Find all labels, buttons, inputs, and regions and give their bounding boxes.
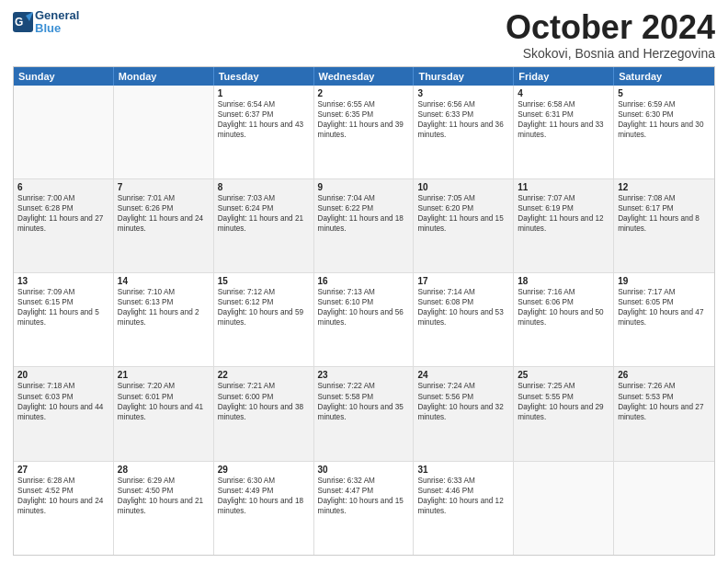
day-number: 2 — [318, 88, 410, 98]
daylight-text: Daylight: 11 hours and 8 minutes. — [618, 213, 711, 234]
cal-cell-3-4: 24Sunrise: 7:24 AMSunset: 5:56 PMDayligh… — [414, 367, 514, 460]
sunset-text: Sunset: 6:35 PM — [318, 109, 410, 120]
day-number: 14 — [118, 276, 210, 286]
day-number: 21 — [118, 370, 210, 380]
sunrise-text: Sunrise: 7:03 AM — [218, 193, 310, 203]
logo-icon: G — [13, 12, 33, 32]
daylight-text: Daylight: 10 hours and 41 minutes. — [118, 402, 210, 422]
daylight-text: Daylight: 10 hours and 32 minutes. — [417, 402, 509, 422]
calendar-body: 1Sunrise: 6:54 AMSunset: 6:37 PMDaylight… — [14, 86, 714, 555]
sunset-text: Sunset: 5:53 PM — [618, 392, 711, 402]
sunset-text: Sunset: 6:20 PM — [417, 203, 509, 213]
cal-cell-0-6: 5Sunrise: 6:59 AMSunset: 6:30 PMDaylight… — [614, 86, 714, 178]
day-number: 24 — [417, 370, 509, 380]
day-number: 15 — [218, 276, 310, 286]
daylight-text: Daylight: 10 hours and 44 minutes. — [17, 402, 109, 422]
day-number: 4 — [518, 88, 609, 98]
sunset-text: Sunset: 6:12 PM — [218, 297, 310, 307]
cal-cell-4-3: 30Sunrise: 6:32 AMSunset: 4:47 PMDayligh… — [314, 462, 415, 555]
sunrise-text: Sunrise: 7:22 AM — [318, 381, 410, 391]
day-number: 3 — [417, 88, 509, 98]
day-number: 8 — [218, 182, 310, 192]
sunrise-text: Sunrise: 7:08 AM — [618, 193, 711, 203]
day-number: 11 — [518, 182, 609, 192]
sunset-text: Sunset: 4:49 PM — [218, 486, 310, 496]
week-row-4: 27Sunrise: 6:28 AMSunset: 4:52 PMDayligh… — [14, 461, 714, 555]
calendar: Sunday Monday Tuesday Wednesday Thursday… — [13, 66, 715, 556]
sunset-text: Sunset: 6:10 PM — [318, 297, 410, 307]
cal-cell-2-3: 16Sunrise: 7:13 AMSunset: 6:10 PMDayligh… — [314, 273, 415, 366]
sunrise-text: Sunrise: 7:00 AM — [17, 193, 109, 203]
day-number: 25 — [518, 370, 609, 380]
sunrise-text: Sunrise: 6:29 AM — [118, 476, 210, 486]
cal-cell-2-0: 13Sunrise: 7:09 AMSunset: 6:15 PMDayligh… — [14, 273, 114, 366]
week-row-3: 20Sunrise: 7:18 AMSunset: 6:03 PMDayligh… — [14, 366, 714, 460]
sunset-text: Sunset: 6:17 PM — [618, 203, 711, 213]
sunset-text: Sunset: 6:24 PM — [218, 203, 310, 213]
sunrise-text: Sunrise: 7:07 AM — [518, 193, 609, 203]
day-number: 7 — [118, 182, 210, 192]
sunrise-text: Sunrise: 6:56 AM — [417, 99, 509, 109]
cal-cell-3-2: 22Sunrise: 7:21 AMSunset: 6:00 PMDayligh… — [214, 367, 314, 460]
month-title: October 2024 — [506, 9, 715, 46]
cal-cell-0-4: 3Sunrise: 6:56 AMSunset: 6:33 PMDaylight… — [414, 86, 514, 178]
sunset-text: Sunset: 6:26 PM — [118, 203, 210, 213]
sunrise-text: Sunrise: 6:58 AM — [518, 99, 609, 109]
sunrise-text: Sunrise: 7:12 AM — [218, 287, 310, 297]
cal-cell-3-6: 26Sunrise: 7:26 AMSunset: 5:53 PMDayligh… — [614, 367, 714, 460]
daylight-text: Daylight: 11 hours and 12 minutes. — [518, 213, 609, 234]
logo-blue: Blue — [35, 22, 79, 35]
sunrise-text: Sunrise: 6:28 AM — [17, 476, 109, 486]
daylight-text: Daylight: 11 hours and 39 minutes. — [318, 120, 410, 140]
header-saturday: Saturday — [614, 67, 714, 86]
day-number: 17 — [417, 276, 509, 286]
cal-cell-3-0: 20Sunrise: 7:18 AMSunset: 6:03 PMDayligh… — [14, 367, 114, 460]
sunset-text: Sunset: 6:28 PM — [17, 203, 109, 213]
cal-cell-3-5: 25Sunrise: 7:25 AMSunset: 5:55 PMDayligh… — [514, 367, 614, 460]
cal-cell-4-2: 29Sunrise: 6:30 AMSunset: 4:49 PMDayligh… — [214, 462, 314, 555]
cal-cell-2-6: 19Sunrise: 7:17 AMSunset: 6:05 PMDayligh… — [614, 273, 714, 366]
daylight-text: Daylight: 11 hours and 43 minutes. — [218, 120, 310, 140]
sunset-text: Sunset: 4:52 PM — [17, 486, 109, 496]
sunset-text: Sunset: 4:46 PM — [417, 486, 509, 496]
sunset-text: Sunset: 5:55 PM — [518, 392, 609, 402]
daylight-text: Daylight: 11 hours and 2 minutes. — [118, 307, 210, 327]
sunset-text: Sunset: 6:15 PM — [17, 297, 109, 307]
sunset-text: Sunset: 6:33 PM — [417, 109, 509, 120]
day-number: 16 — [318, 276, 410, 286]
header-thursday: Thursday — [414, 67, 514, 86]
header-tuesday: Tuesday — [214, 67, 314, 86]
daylight-text: Daylight: 11 hours and 30 minutes. — [618, 120, 711, 140]
header-friday: Friday — [514, 67, 614, 86]
day-number: 27 — [17, 465, 109, 475]
sunrise-text: Sunrise: 7:13 AM — [318, 287, 410, 297]
sunset-text: Sunset: 6:05 PM — [618, 297, 711, 307]
day-number: 26 — [618, 370, 711, 380]
sunrise-text: Sunrise: 6:54 AM — [218, 99, 310, 109]
day-number: 30 — [318, 465, 410, 475]
day-number: 13 — [17, 276, 109, 286]
sunrise-text: Sunrise: 6:33 AM — [417, 476, 509, 486]
daylight-text: Daylight: 10 hours and 47 minutes. — [618, 307, 711, 327]
cal-cell-0-2: 1Sunrise: 6:54 AMSunset: 6:37 PMDaylight… — [214, 86, 314, 178]
cal-cell-1-0: 6Sunrise: 7:00 AMSunset: 6:28 PMDaylight… — [14, 179, 114, 272]
day-number: 28 — [118, 465, 210, 475]
cal-cell-1-4: 10Sunrise: 7:05 AMSunset: 6:20 PMDayligh… — [414, 179, 514, 272]
header-monday: Monday — [114, 67, 214, 86]
week-row-2: 13Sunrise: 7:09 AMSunset: 6:15 PMDayligh… — [14, 272, 714, 366]
daylight-text: Daylight: 10 hours and 35 minutes. — [318, 402, 410, 422]
cal-cell-2-5: 18Sunrise: 7:16 AMSunset: 6:06 PMDayligh… — [514, 273, 614, 366]
cal-cell-0-1 — [114, 86, 214, 178]
day-number: 6 — [17, 182, 109, 192]
week-row-1: 6Sunrise: 7:00 AMSunset: 6:28 PMDaylight… — [14, 178, 714, 272]
sunset-text: Sunset: 6:00 PM — [218, 392, 310, 402]
week-row-0: 1Sunrise: 6:54 AMSunset: 6:37 PMDaylight… — [14, 86, 714, 178]
sunrise-text: Sunrise: 7:14 AM — [417, 287, 509, 297]
header-wednesday: Wednesday — [314, 67, 415, 86]
cal-cell-0-5: 4Sunrise: 6:58 AMSunset: 6:31 PMDaylight… — [514, 86, 614, 178]
daylight-text: Daylight: 10 hours and 53 minutes. — [417, 307, 509, 327]
cal-cell-4-5 — [514, 462, 614, 555]
cal-cell-1-1: 7Sunrise: 7:01 AMSunset: 6:26 PMDaylight… — [114, 179, 214, 272]
sunset-text: Sunset: 6:03 PM — [17, 392, 109, 402]
day-number: 29 — [218, 465, 310, 475]
